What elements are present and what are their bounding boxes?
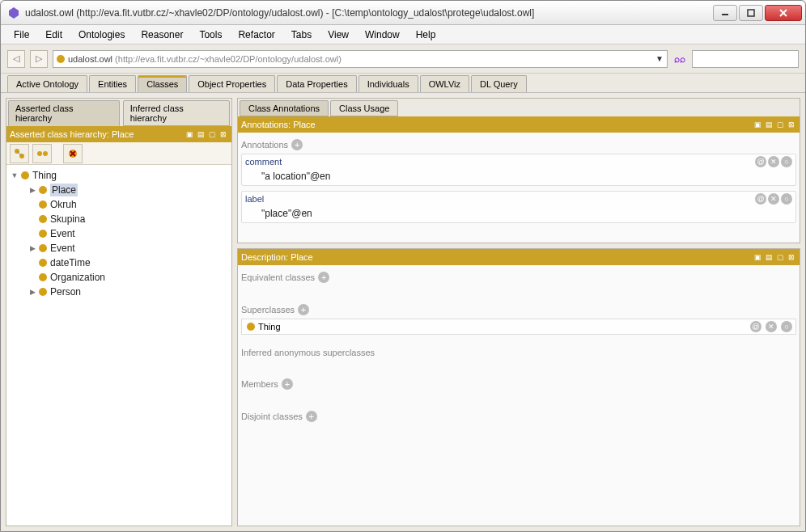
close-button[interactable]: [765, 5, 802, 21]
main-tab-bar: Active Ontology Entities Classes Object …: [1, 74, 805, 93]
edit-icon[interactable]: ✕: [768, 193, 779, 205]
tab-class-annotations[interactable]: Class Annotations: [240, 100, 329, 116]
add-equivalent-button[interactable]: +: [318, 272, 329, 283]
search-input[interactable]: [692, 50, 799, 68]
tree-node[interactable]: Place: [50, 184, 78, 196]
annotation-entry: label@✕○"place"@en: [241, 191, 796, 223]
add-disjoint-button[interactable]: +: [306, 411, 317, 422]
panel-split-icon[interactable]: ▤: [764, 120, 774, 129]
delete-class-button[interactable]: [63, 144, 83, 163]
ontology-icon: [57, 55, 65, 63]
ontology-label: udalost.owl: [68, 54, 112, 64]
panel-detach-icon[interactable]: ▢: [775, 120, 785, 129]
tab-classes[interactable]: Classes: [138, 75, 187, 92]
svg-point-9: [43, 151, 48, 156]
ontology-dropdown[interactable]: udalost.owl (http://eva.fit.vutbr.cz/~xh…: [53, 50, 668, 68]
window-title: udalost.owl (http://eva.fit.vutbr.cz/~xh…: [25, 7, 711, 19]
tree-expand-icon[interactable]: ▶: [28, 242, 37, 255]
add-member-button[interactable]: +: [282, 378, 293, 390]
add-annotation-button[interactable]: +: [291, 139, 303, 150]
add-subclass-button[interactable]: [10, 144, 29, 163]
delete-icon[interactable]: ○: [781, 321, 792, 332]
panel-close-icon[interactable]: ⊠: [787, 252, 796, 262]
tree-node[interactable]: dateTime: [50, 256, 91, 269]
nav-back-button[interactable]: ◁: [7, 50, 25, 68]
edit-icon[interactable]: ✕: [766, 321, 777, 332]
panel-pin-icon[interactable]: ▣: [753, 120, 762, 129]
annotate-icon[interactable]: @: [755, 156, 766, 167]
superclass-row[interactable]: Thing @ ✕ ○: [241, 319, 796, 335]
workspace: Asserted class hierarchy Inferred class …: [1, 93, 805, 531]
add-sibling-button[interactable]: [32, 144, 52, 163]
class-icon: [247, 323, 255, 331]
panel-close-icon[interactable]: ⊠: [787, 120, 796, 129]
add-superclass-button[interactable]: +: [298, 304, 309, 315]
tree-expand-icon[interactable]: ▶: [28, 184, 37, 196]
tree-expand-icon[interactable]: ▼: [10, 169, 19, 182]
delete-icon[interactable]: ○: [781, 156, 792, 167]
tree-node[interactable]: Okruh: [50, 198, 77, 211]
class-tree[interactable]: ▼ Thing ▶PlaceOkruhSkupinaEvent▶Eventdat…: [6, 165, 231, 526]
edit-icon[interactable]: ✕: [768, 156, 779, 167]
tab-individuals[interactable]: Individuals: [358, 75, 418, 92]
panel-detach-icon[interactable]: ▢: [207, 129, 217, 139]
annotations-panel: Class Annotations Class Usage Annotation…: [237, 98, 800, 243]
tree-node[interactable]: Event: [50, 227, 75, 240]
menu-tabs[interactable]: Tabs: [283, 27, 320, 42]
tab-class-usage[interactable]: Class Usage: [330, 100, 398, 116]
svg-marker-0: [9, 7, 19, 19]
nav-forward-button[interactable]: ▷: [30, 50, 48, 68]
panel-split-icon[interactable]: ▤: [196, 129, 206, 139]
tree-node[interactable]: Person: [50, 285, 81, 298]
tree-node[interactable]: Skupina: [50, 213, 85, 226]
panel-pin-icon[interactable]: ▣: [185, 129, 194, 139]
tree-expand-icon[interactable]: ▶: [28, 285, 37, 298]
tab-active-ontology[interactable]: Active Ontology: [7, 75, 87, 92]
tab-data-properties[interactable]: Data Properties: [277, 75, 356, 92]
menu-window[interactable]: Window: [357, 27, 408, 42]
maximize-button[interactable]: [739, 5, 763, 21]
description-panel-title: Description: Place: [241, 252, 313, 262]
class-icon: [21, 171, 29, 179]
description-panel-header: Description: Place ▣ ▤ ▢ ⊠: [238, 249, 800, 265]
dropdown-arrow-icon: ▼: [655, 54, 664, 63]
menubar: File Edit Ontologies Reasoner Tools Refa…: [1, 25, 805, 44]
ontology-uri: (http://eva.fit.vutbr.cz/~xhavle02/DP/on…: [115, 54, 341, 64]
annotation-value: "place"@en: [242, 206, 795, 222]
tab-owlviz[interactable]: OWLViz: [420, 75, 469, 92]
class-icon: [39, 259, 47, 267]
tree-node[interactable]: Organization: [50, 271, 105, 284]
delete-icon[interactable]: ○: [781, 193, 792, 205]
menu-edit[interactable]: Edit: [37, 27, 70, 42]
panel-pin-icon[interactable]: ▣: [753, 252, 762, 262]
superclass-value: Thing: [258, 322, 281, 331]
svg-rect-2: [748, 10, 754, 16]
panel-split-icon[interactable]: ▤: [764, 252, 774, 262]
minimize-button[interactable]: [713, 5, 737, 21]
tab-asserted-hierarchy[interactable]: Asserted class hierarchy: [8, 100, 120, 126]
annotate-icon[interactable]: @: [750, 321, 761, 332]
menu-view[interactable]: View: [320, 27, 357, 42]
address-bar: ◁ ▷ udalost.owl (http://eva.fit.vutbr.cz…: [1, 44, 805, 74]
tab-inferred-hierarchy[interactable]: Inferred class hierarchy: [123, 100, 230, 126]
menu-refactor[interactable]: Refactor: [230, 27, 282, 42]
menu-tools[interactable]: Tools: [191, 27, 230, 42]
search-icon[interactable]: ⌕⌕: [672, 52, 687, 66]
hierarchy-toolbar: [6, 142, 231, 165]
menu-help[interactable]: Help: [408, 27, 444, 42]
menu-reasoner[interactable]: Reasoner: [133, 27, 191, 42]
panel-detach-icon[interactable]: ▢: [775, 252, 785, 262]
menu-file[interactable]: File: [6, 27, 37, 42]
panel-close-icon[interactable]: ⊠: [218, 129, 228, 139]
tree-node[interactable]: Event: [50, 242, 75, 255]
svg-line-7: [17, 151, 22, 156]
tab-dl-query[interactable]: DL Query: [471, 75, 527, 92]
menu-ontologies[interactable]: Ontologies: [70, 27, 133, 42]
tree-node-thing[interactable]: Thing: [32, 169, 57, 182]
tab-object-properties[interactable]: Object Properties: [189, 75, 275, 92]
annotations-panel-header: Annotations: Place ▣ ▤ ▢ ⊠: [238, 116, 800, 133]
app-window: udalost.owl (http://eva.fit.vutbr.cz/~xh…: [0, 0, 806, 532]
annotate-icon[interactable]: @: [755, 193, 766, 205]
class-icon: [39, 186, 47, 194]
tab-entities[interactable]: Entities: [89, 75, 136, 92]
